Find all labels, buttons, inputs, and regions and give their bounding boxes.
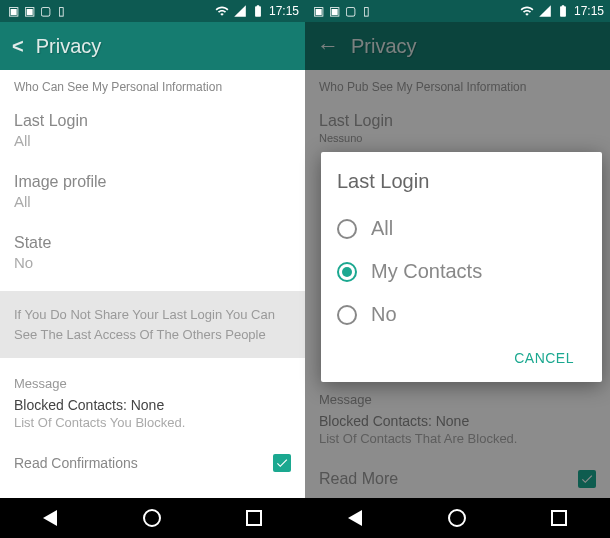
status-icon: ▯: [54, 4, 68, 18]
nav-recent-icon[interactable]: [547, 506, 571, 530]
status-icon: ▢: [343, 4, 357, 18]
svg-rect-1: [247, 511, 261, 525]
state-item[interactable]: State No: [0, 224, 305, 285]
nav-bar: [0, 498, 305, 538]
signal-icon: [233, 4, 247, 18]
item-value: No: [14, 254, 291, 271]
item-label: Image profile: [14, 173, 291, 191]
status-icon: ▣: [22, 4, 36, 18]
svg-point-2: [449, 510, 465, 526]
status-icon: ▣: [311, 4, 325, 18]
radio-label: All: [371, 217, 393, 240]
radio-label: My Contacts: [371, 260, 482, 283]
item-label: State: [14, 234, 291, 252]
message-header: Message: [0, 364, 305, 397]
blocked-contacts-sub: List Of Contacts You Blocked.: [0, 415, 305, 440]
status-bar: ▣ ▣ ▢ ▯ 17:15: [0, 0, 305, 22]
last-login-item[interactable]: Last Login All: [0, 102, 305, 163]
status-icon: ▯: [359, 4, 373, 18]
radio-selected-icon: [337, 262, 357, 282]
blocked-contacts[interactable]: Blocked Contacts: None: [0, 397, 305, 415]
radio-icon: [337, 219, 357, 239]
radio-icon: [337, 305, 357, 325]
svg-rect-3: [552, 511, 566, 525]
wifi-icon: [520, 4, 534, 18]
signal-icon: [538, 4, 552, 18]
radio-option-all[interactable]: All: [337, 207, 586, 250]
status-icon: ▣: [6, 4, 20, 18]
image-profile-item[interactable]: Image profile All: [0, 163, 305, 224]
nav-home-icon[interactable]: [140, 506, 164, 530]
dialog-title: Last Login: [337, 170, 586, 193]
nav-home-icon[interactable]: [445, 506, 469, 530]
app-bar: < Privacy: [0, 22, 305, 70]
status-time: 17:15: [269, 4, 299, 18]
radio-option-contacts[interactable]: My Contacts: [337, 250, 586, 293]
item-label: Last Login: [14, 112, 291, 130]
battery-icon: [556, 4, 570, 18]
status-bar: ▣ ▣ ▢ ▯ 17:15: [305, 0, 610, 22]
nav-bar: [305, 498, 610, 538]
read-confirmations-row[interactable]: Read Confirmations: [0, 440, 305, 486]
back-icon[interactable]: <: [12, 35, 24, 58]
svg-point-0: [144, 510, 160, 526]
checkbox-checked-icon[interactable]: [273, 454, 291, 472]
item-value: All: [14, 132, 291, 149]
battery-icon: [251, 4, 265, 18]
status-time: 17:15: [574, 4, 604, 18]
last-login-dialog: Last Login All My Contacts No CANCEL: [321, 152, 602, 382]
check-label: Read Confirmations: [14, 455, 138, 471]
page-title: Privacy: [36, 35, 102, 58]
cancel-button[interactable]: CANCEL: [502, 342, 586, 374]
status-icon: ▢: [38, 4, 52, 18]
nav-back-icon[interactable]: [39, 506, 63, 530]
radio-option-no[interactable]: No: [337, 293, 586, 336]
nav-back-icon[interactable]: [344, 506, 368, 530]
status-icon: ▣: [327, 4, 341, 18]
radio-label: No: [371, 303, 397, 326]
info-box: If You Do Not Share Your Last Login You …: [0, 291, 305, 358]
section-header: Who Can See My Personal Information: [0, 70, 305, 102]
nav-recent-icon[interactable]: [242, 506, 266, 530]
item-value: All: [14, 193, 291, 210]
wifi-icon: [215, 4, 229, 18]
settings-content: Who Can See My Personal Information Last…: [0, 70, 305, 498]
